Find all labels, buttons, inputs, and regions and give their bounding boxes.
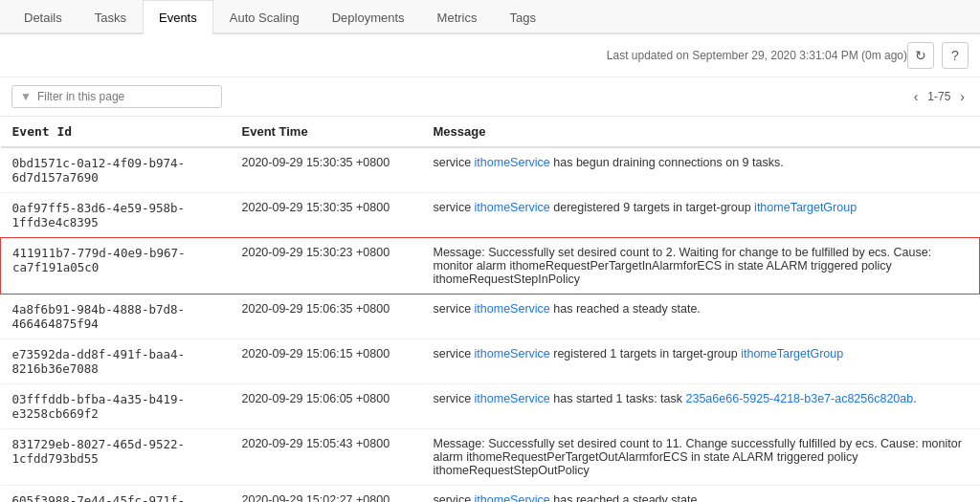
table-header-row: Event Id Event Time Message (1, 117, 980, 147)
events-table-wrapper: Event Id Event Time Message 0bd1571c-0a1… (0, 117, 980, 502)
cell-event-time: 2020-09-29 15:30:35 +0800 (231, 147, 422, 193)
cell-message: Message: Successfully set desired count … (422, 429, 980, 486)
cell-message: service ithomeService has reached a stea… (422, 295, 980, 339)
cell-event-id: 03fffddb-bfba-4a35-b419-e3258cb669f2 (1, 384, 231, 429)
cell-event-id: e73592da-dd8f-491f-baa4-8216b36e7088 (1, 339, 231, 384)
message-link[interactable]: ithomeTargetGroup (754, 201, 857, 214)
prev-page-button[interactable]: ‹ (910, 87, 923, 106)
table-body: 0bd1571c-0a12-4f09-b974-6d7d157a76902020… (1, 147, 980, 502)
table-row: e73592da-dd8f-491f-baa4-8216b36e70882020… (1, 339, 980, 384)
column-header-message: Message (422, 117, 980, 147)
help-button[interactable]: ? (942, 42, 969, 69)
message-link[interactable]: ithomeService (475, 156, 550, 169)
filter-icon: ▼ (20, 90, 32, 103)
last-updated-text: Last updated on September 29, 2020 3:31:… (607, 49, 907, 62)
message-link[interactable]: ithomeService (475, 302, 550, 316)
message-link[interactable]: ithomeService (475, 493, 550, 502)
events-table: Event Id Event Time Message 0bd1571c-0a1… (0, 117, 980, 502)
filter-bar: ▼ ‹ 1-75 › (0, 77, 980, 117)
cell-event-time: 2020-09-29 15:06:35 +0800 (231, 295, 422, 339)
message-link[interactable]: ithomeTargetGroup (741, 347, 843, 360)
cell-message: service ithomeService registered 1 targe… (422, 339, 980, 384)
tab-auto-scaling[interactable]: Auto Scaling (213, 0, 316, 34)
cell-message: service ithomeService deregistered 9 tar… (422, 193, 980, 238)
cell-event-id: 605f3988-7e44-45fc-971f-c45a3fa60733 (1, 486, 231, 503)
refresh-icon: ↻ (915, 48, 926, 63)
cell-event-id: 0af97ff5-83d6-4e59-958b-1ffd3e4c8395 (1, 193, 231, 238)
table-row: 411911b7-779d-40e9-b967-ca7f191a05c02020… (1, 238, 980, 295)
table-row: 03fffddb-bfba-4a35-b419-e3258cb669f22020… (1, 384, 980, 429)
cell-event-id: 831729eb-8027-465d-9522-1cfdd793bd55 (1, 429, 231, 486)
table-row: 605f3988-7e44-45fc-971f-c45a3fa607332020… (1, 486, 980, 503)
cell-message: Message: Successfully set desired count … (422, 238, 980, 295)
table-row: 0af97ff5-83d6-4e59-958b-1ffd3e4c83952020… (1, 193, 980, 238)
filter-input[interactable] (37, 90, 213, 103)
refresh-button[interactable]: ↻ (907, 42, 934, 69)
pagination: ‹ 1-75 › (910, 87, 969, 106)
cell-message: service ithomeService has begun draining… (422, 147, 980, 193)
tab-details[interactable]: Details (8, 0, 78, 34)
cell-event-time: 2020-09-29 15:05:43 +0800 (231, 429, 422, 486)
table-row: 831729eb-8027-465d-9522-1cfdd793bd552020… (1, 429, 980, 486)
cell-event-id: 4a8f6b91-984b-4888-b7d8-466464875f94 (1, 295, 231, 339)
cell-event-time: 2020-09-29 15:30:23 +0800 (231, 238, 422, 295)
tab-tasks[interactable]: Tasks (78, 0, 143, 34)
filter-input-wrap: ▼ (11, 85, 222, 108)
message-link[interactable]: ithomeService (475, 392, 550, 405)
toolbar: Last updated on September 29, 2020 3:31:… (0, 34, 980, 77)
cell-event-id: 0bd1571c-0a12-4f09-b974-6d7d157a7690 (1, 147, 231, 193)
cell-event-time: 2020-09-29 15:06:05 +0800 (231, 384, 422, 429)
cell-event-time: 2020-09-29 15:30:35 +0800 (231, 193, 422, 238)
message-link[interactable]: ithomeService (475, 347, 550, 360)
tab-events[interactable]: Events (143, 0, 213, 34)
tab-tags[interactable]: Tags (494, 0, 552, 34)
cell-event-time: 2020-09-29 15:06:15 +0800 (231, 339, 422, 384)
tab-metrics[interactable]: Metrics (421, 0, 494, 34)
table-row: 4a8f6b91-984b-4888-b7d8-466464875f942020… (1, 295, 980, 339)
tab-deployments[interactable]: Deployments (316, 0, 421, 34)
cell-message: service ithomeService has reached a stea… (422, 486, 980, 503)
help-icon: ? (951, 48, 959, 63)
pagination-range: 1-75 (927, 90, 950, 103)
table-row: 0bd1571c-0a12-4f09-b974-6d7d157a76902020… (1, 147, 980, 193)
column-header-event-time: Event Time (231, 117, 422, 147)
tabs-bar: DetailsTasksEventsAuto ScalingDeployment… (0, 0, 980, 34)
toolbar-actions: ↻ ? (907, 42, 969, 69)
cell-event-id: 411911b7-779d-40e9-b967-ca7f191a05c0 (1, 238, 231, 295)
message-link[interactable]: ithomeService (475, 201, 550, 214)
next-page-button[interactable]: › (956, 87, 969, 106)
column-header-event-id: Event Id (1, 117, 231, 147)
message-link[interactable]: 235a6e66-5925-4218-b3e7-ac8256c820ab (686, 392, 914, 405)
cell-event-time: 2020-09-29 15:02:27 +0800 (231, 486, 422, 503)
cell-message: service ithomeService has started 1 task… (422, 384, 980, 429)
